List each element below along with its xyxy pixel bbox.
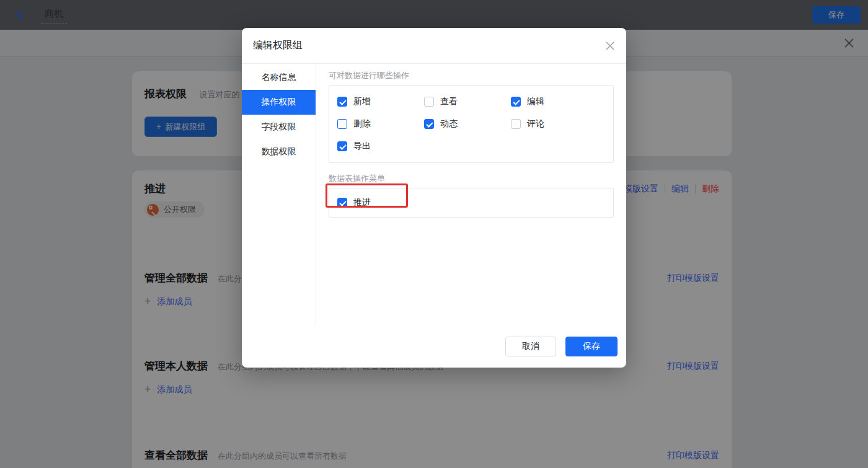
checkbox-item-edit[interactable]: 编辑 [511,95,598,108]
tab-data-permission[interactable]: 数据权限 [242,139,316,164]
modal-footer: 取消 保存 [242,325,626,368]
cancel-button[interactable]: 取消 [505,337,556,356]
checkbox-item-export[interactable]: 导出 [337,140,424,152]
section-label: 可对数据进行哪些操作 [329,70,614,81]
modal-title: 编辑权限组 [253,39,303,52]
save-button[interactable]: 保存 [565,337,618,356]
modal-tab-list: 名称信息 操作权限 字段权限 数据权限 [242,64,316,325]
modal-body: 名称信息 操作权限 字段权限 数据权限 可对数据进行哪些操作 新增 查看 [242,64,626,325]
tab-field-permission[interactable]: 字段权限 [242,115,316,139]
checkbox-unchecked-icon[interactable] [337,119,347,129]
tab-name-info[interactable]: 名称信息 [242,65,316,90]
operation-checkbox-box: 新增 查看 编辑 删除 [329,85,614,163]
table-menu-checkbox-box: 推进 [329,188,614,218]
checkbox-item-comment[interactable]: 评论 [511,118,598,130]
checkbox-item-add[interactable]: 新增 [337,95,424,108]
checkbox-item-activity[interactable]: 动态 [424,118,511,130]
checkbox-item-advance[interactable]: 推进 [337,196,424,209]
modal-header: 编辑权限组 [242,28,626,64]
checkbox-checked-icon[interactable] [337,198,347,208]
checkbox-unchecked-icon[interactable] [424,97,434,107]
tab-operation-permission[interactable]: 操作权限 [242,90,316,115]
modal-close-button[interactable] [605,41,615,51]
checkbox-checked-icon[interactable] [337,141,347,151]
checkbox-checked-icon[interactable] [424,119,434,129]
edit-permission-group-modal: 编辑权限组 名称信息 操作权限 字段权限 数据权限 可对数据进行哪些操作 新增 [242,28,626,368]
operation-permission-pane: 可对数据进行哪些操作 新增 查看 编辑 [316,64,626,325]
checkbox-checked-icon[interactable] [511,97,521,107]
close-icon [605,41,615,51]
checkbox-item-delete[interactable]: 删除 [337,118,424,130]
checkbox-checked-icon[interactable] [337,97,347,107]
section-label: 数据表操作菜单 [329,173,614,184]
checkbox-item-view[interactable]: 查看 [424,95,511,108]
checkbox-unchecked-icon[interactable] [511,119,521,129]
